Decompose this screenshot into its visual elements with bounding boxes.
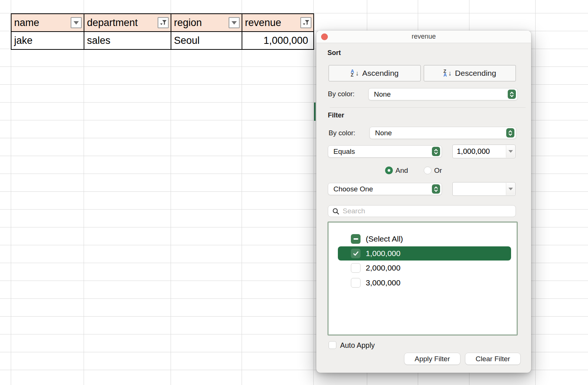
- column-header-label: name: [14, 17, 39, 29]
- condition2-value-combobox[interactable]: [452, 182, 516, 196]
- list-item-label: 1,000,000: [366, 249, 400, 258]
- radio-or-label: Or: [434, 166, 442, 175]
- apply-filter-button[interactable]: Apply Filter: [404, 353, 460, 365]
- checkbox-indeterminate-icon[interactable]: [351, 234, 361, 244]
- sort-descending-label: Descending: [455, 69, 496, 78]
- sort-descending-icon: Z A: [443, 69, 447, 77]
- filter-by-color-label: By color:: [329, 129, 355, 137]
- column-header-region[interactable]: region: [171, 14, 242, 32]
- cell-value: Seoul: [174, 35, 200, 46]
- column-header-name[interactable]: name: [12, 14, 84, 32]
- condition1-value-text: 1,000,000: [457, 147, 490, 155]
- down-arrow-icon: ↓: [355, 69, 359, 77]
- checkbox-unchecked-icon[interactable]: [351, 278, 361, 288]
- list-item-label: (Select All): [366, 234, 403, 243]
- sort-by-color-value: None: [374, 90, 391, 98]
- filter-dropdown-button-region[interactable]: [229, 17, 240, 28]
- column-header-label: department: [87, 17, 138, 29]
- sort-by-color-label: By color:: [328, 90, 355, 98]
- list-item-3000000[interactable]: 3,000,000: [329, 275, 517, 290]
- dropdown-arrow-icon: [508, 150, 513, 153]
- dropdown-arrow-icon: [74, 21, 79, 25]
- close-icon[interactable]: [321, 33, 328, 40]
- down-arrow-icon: ↓: [448, 69, 452, 77]
- column-header-label: revenue: [245, 17, 281, 29]
- dialog-titlebar[interactable]: revenue: [316, 30, 531, 43]
- list-item-label: 3,000,000: [366, 278, 400, 287]
- radio-and[interactable]: [385, 166, 393, 174]
- column-header-department[interactable]: department: [84, 14, 171, 32]
- sort-heading: Sort: [327, 49, 341, 56]
- condition2-operator-select[interactable]: Choose One: [328, 183, 442, 195]
- stepper-icon: [508, 90, 516, 99]
- funnel-icon: [160, 20, 167, 26]
- list-item-label: 2,000,000: [366, 263, 400, 272]
- filter-dropdown-button-department[interactable]: [158, 17, 169, 28]
- selected-cell-border: [314, 103, 316, 121]
- spreadsheet-grid: name department region revenue: [0, 0, 588, 385]
- dialog-title: revenue: [411, 33, 436, 41]
- radio-or[interactable]: [424, 166, 432, 174]
- dropdown-arrow-icon: [232, 21, 237, 25]
- sort-ascending-icon: A Z: [350, 69, 354, 77]
- stepper-icon: [432, 184, 440, 194]
- condition1-operator-value: Equals: [333, 148, 355, 155]
- search-input[interactable]: [343, 207, 503, 215]
- filter-heading: Filter: [328, 111, 344, 119]
- filter-values-listbox: (Select All) 1,000,000 2,000,000 3,000,0…: [327, 221, 518, 336]
- combo-dropdown-button[interactable]: [506, 145, 515, 158]
- funnel-icon: [303, 20, 310, 26]
- combo-dropdown-button[interactable]: [506, 183, 515, 195]
- column-header-label: region: [174, 17, 202, 29]
- data-table: name department region revenue: [11, 13, 314, 50]
- cell-value: jake: [14, 35, 33, 46]
- sort-ascending-label: Ascending: [362, 69, 398, 78]
- condition2-operator-value: Choose One: [333, 185, 373, 193]
- cell-value: 1,000,000: [264, 35, 308, 46]
- cell-name[interactable]: jake: [12, 32, 84, 50]
- filter-dialog: revenue Sort A Z ↓ Ascending Z A ↓ Desce…: [316, 30, 531, 373]
- auto-apply-label: Auto Apply: [340, 341, 375, 349]
- cell-department[interactable]: sales: [84, 32, 171, 50]
- list-item-select-all[interactable]: (Select All): [329, 232, 517, 246]
- section-divider: [330, 107, 526, 108]
- checkbox-unchecked-icon[interactable]: [351, 263, 361, 273]
- search-icon: [332, 208, 339, 215]
- condition1-value-combobox[interactable]: 1,000,000: [452, 145, 516, 158]
- cell-revenue[interactable]: 1,000,000: [242, 32, 314, 50]
- condition1-operator-select[interactable]: Equals: [328, 145, 442, 158]
- radio-and-label: And: [395, 166, 408, 175]
- checkbox-checked-icon[interactable]: [351, 249, 361, 258]
- search-field[interactable]: [328, 205, 516, 217]
- list-item-2000000[interactable]: 2,000,000: [329, 261, 517, 275]
- auto-apply-checkbox[interactable]: [329, 341, 336, 349]
- sort-by-color-select[interactable]: None: [368, 88, 518, 100]
- cell-value: sales: [87, 35, 110, 46]
- filter-by-color-select[interactable]: None: [369, 127, 516, 139]
- filter-by-color-value: None: [375, 129, 392, 137]
- cell-region[interactable]: Seoul: [171, 32, 242, 50]
- list-item-1000000[interactable]: 1,000,000: [338, 246, 511, 261]
- filter-dropdown-button-name[interactable]: [71, 17, 82, 28]
- column-header-revenue[interactable]: revenue: [242, 14, 314, 32]
- dropdown-arrow-icon: [508, 188, 513, 190]
- stepper-icon: [432, 147, 440, 156]
- sort-ascending-button[interactable]: A Z ↓ Ascending: [329, 65, 421, 81]
- stepper-icon: [506, 128, 514, 138]
- sort-descending-button[interactable]: Z A ↓ Descending: [424, 65, 516, 81]
- clear-filter-button[interactable]: Clear Filter: [465, 353, 520, 365]
- filter-dropdown-button-revenue[interactable]: [300, 17, 311, 28]
